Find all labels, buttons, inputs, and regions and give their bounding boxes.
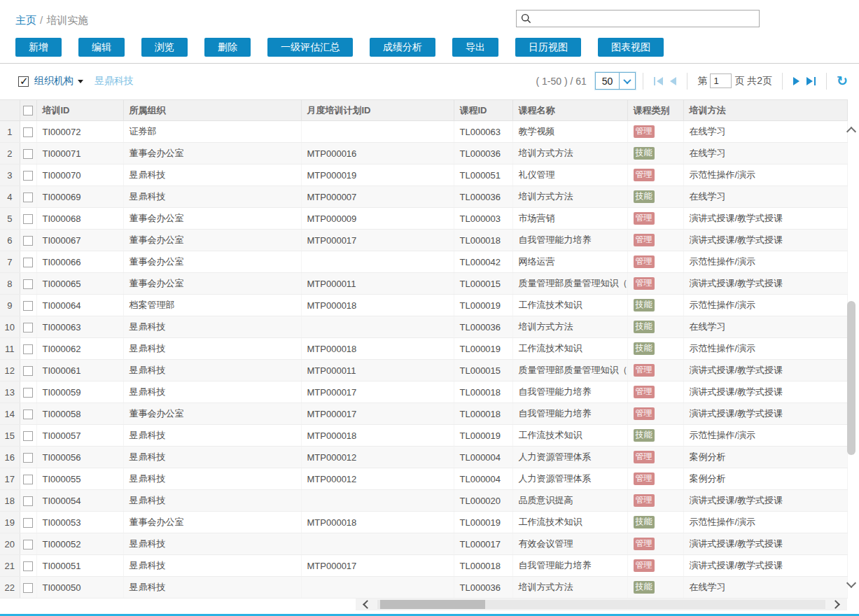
row-checkbox[interactable] [23, 583, 33, 593]
category-badge: 管理 [634, 212, 655, 225]
row-checkbox[interactable] [23, 496, 33, 506]
row-checkbox[interactable] [23, 192, 33, 202]
cell-training-method: 示范性操作/演示 [683, 295, 847, 316]
table-row[interactable]: 8 TI000065 董事会办公室 MTP000011 TL000015 质量管… [0, 273, 847, 295]
row-checkbox[interactable] [23, 453, 33, 463]
last-page-button[interactable] [806, 77, 816, 85]
table-row[interactable]: 2 TI000071 董事会办公室 MTP000016 TL000036 培训方… [0, 143, 847, 164]
horizontal-scrollbar-thumb[interactable] [380, 600, 485, 609]
org-filter-checkbox[interactable] [18, 76, 29, 87]
row-checkbox[interactable] [23, 431, 33, 441]
table-row[interactable]: 3 TI000070 昱鼎科技 MTP000019 TL000051 礼仪管理 … [0, 164, 847, 186]
horizontal-scrollbar-track[interactable] [377, 600, 825, 609]
scroll-up-icon[interactable] [846, 127, 856, 136]
table-row[interactable]: 15 TI000057 昱鼎科技 MTP000018 TL000019 工作流技… [0, 425, 847, 447]
row-checkbox[interactable] [23, 149, 33, 159]
row-checkbox[interactable] [23, 171, 33, 181]
table-row[interactable]: 7 TI000066 董事会办公室 TL000042 网络运营 管理 示范性操作… [0, 251, 847, 273]
table-row[interactable]: 18 TI000054 昱鼎科技 TL000020 品质意识提高 管理 演讲式授… [0, 490, 847, 512]
export-button[interactable]: 导出 [452, 38, 498, 57]
refresh-icon[interactable]: ↻ [837, 73, 848, 89]
chart-view-button[interactable]: 图表视图 [598, 38, 664, 57]
row-checkbox[interactable] [23, 279, 33, 289]
row-checkbox[interactable] [23, 540, 33, 550]
select-all-checkbox[interactable] [23, 106, 33, 115]
cell-course-name: 有效会议管理 [512, 533, 627, 555]
table-row[interactable]: 11 TI000062 昱鼎科技 MTP000018 TL000019 工作流技… [0, 338, 847, 360]
row-checkbox-cell [20, 512, 36, 533]
col-header-training-method[interactable]: 培训方法 [683, 100, 847, 121]
cell-organization: 昱鼎科技 [123, 490, 301, 512]
row-checkbox[interactable] [23, 388, 33, 398]
view-button[interactable]: 浏览 [141, 38, 188, 57]
delete-button[interactable]: 删除 [204, 38, 251, 57]
table-row[interactable]: 17 TI000055 昱鼎科技 MTP000012 TL000004 人力资源… [0, 468, 847, 490]
cell-training-method: 演讲式授课/教学式授课 [683, 555, 847, 577]
col-header-course-id[interactable]: 课程ID [454, 100, 512, 121]
first-page-button[interactable] [654, 77, 663, 85]
cell-training-method: 示范性操作/演示 [683, 338, 847, 360]
level1-eval-summary-button[interactable]: 一级评估汇总 [267, 38, 353, 57]
score-analysis-button[interactable]: 成绩分析 [370, 38, 435, 57]
cell-organization: 昱鼎科技 [123, 447, 301, 468]
cell-course-name: 工作流技术知识 [512, 295, 627, 316]
row-checkbox[interactable] [23, 475, 33, 484]
prev-page-button[interactable] [670, 77, 676, 85]
table-row[interactable]: 14 TI000058 董事会办公室 MTP000017 TL000018 自我… [0, 403, 847, 425]
table-row[interactable]: 1 TI000072 证券部 TL000063 教学视频 管理 在线学习 [0, 121, 847, 143]
caret-down-icon[interactable] [78, 80, 83, 86]
row-checkbox-cell [20, 295, 36, 316]
breadcrumb-home-link[interactable]: 主页 [15, 14, 36, 26]
cell-training-id: TI000062 [36, 338, 123, 360]
table-header-row: 培训ID 所属组织 月度培训计划ID 课程ID 课程名称 课程类别 培训方法 [0, 100, 847, 121]
table-body: 1 TI000072 证券部 TL000063 教学视频 管理 在线学习 2 T… [0, 121, 847, 598]
row-checkbox[interactable] [23, 214, 33, 224]
row-checkbox[interactable] [23, 366, 33, 376]
col-header-course-name[interactable]: 课程名称 [512, 100, 627, 121]
row-checkbox[interactable] [23, 344, 33, 354]
next-page-button[interactable] [793, 77, 799, 85]
edit-button[interactable]: 编辑 [78, 38, 125, 57]
table-row[interactable]: 22 TI000050 昱鼎科技 TL000036 培训方式方法 技能 在线学习 [0, 577, 847, 598]
row-checkbox[interactable] [23, 236, 33, 246]
table-row[interactable]: 10 TI000063 昱鼎科技 TL000036 培训方式方法 技能 在线学习 [0, 316, 847, 338]
table-row[interactable]: 21 TI000051 昱鼎科技 MTP000017 TL000018 自我管理… [0, 555, 847, 577]
search-input[interactable] [535, 11, 759, 26]
page-number-input[interactable] [710, 74, 732, 88]
row-checkbox[interactable] [23, 410, 33, 419]
table-row[interactable]: 4 TI000069 昱鼎科技 MTP000007 TL000036 培训方式方… [0, 186, 847, 208]
category-badge: 管理 [634, 234, 655, 246]
row-checkbox[interactable] [23, 323, 33, 332]
table-row[interactable]: 12 TI000061 昱鼎科技 MTP000011 TL000015 质量管理… [0, 360, 847, 382]
category-badge: 管理 [634, 451, 655, 463]
row-checkbox[interactable] [23, 127, 33, 137]
row-checkbox[interactable] [23, 561, 33, 571]
col-header-training-id[interactable]: 培训ID [36, 100, 123, 121]
col-header-organization[interactable]: 所属组织 [123, 100, 301, 121]
col-header-monthly-plan-id[interactable]: 月度培训计划ID [301, 100, 454, 121]
table-row[interactable]: 20 TI000052 昱鼎科技 TL000017 有效会议管理 管理 演讲式授… [0, 533, 847, 555]
table-row[interactable]: 9 TI000064 档案管理部 MTP000018 TL000019 工作流技… [0, 295, 847, 316]
col-header-course-category[interactable]: 课程类别 [627, 100, 683, 121]
table-row[interactable]: 6 TI000067 董事会办公室 MTP000017 TL000018 自我管… [0, 230, 847, 251]
selected-org-link[interactable]: 昱鼎科技 [95, 75, 134, 88]
calendar-view-button[interactable]: 日历视图 [515, 38, 581, 57]
row-checkbox[interactable] [23, 258, 33, 267]
scroll-left-icon[interactable] [363, 600, 372, 609]
page-size-select[interactable]: 50 [595, 72, 636, 90]
table-row[interactable]: 16 TI000056 昱鼎科技 MTP000012 TL000004 人力资源… [0, 447, 847, 468]
row-checkbox[interactable] [23, 518, 33, 528]
cell-course-name: 市场营销 [512, 208, 627, 230]
row-checkbox[interactable] [23, 301, 33, 311]
add-button[interactable]: 新增 [15, 38, 62, 57]
table-row[interactable]: 5 TI000068 董事会办公室 MTP000009 TL000003 市场营… [0, 208, 847, 230]
cell-organization: 昱鼎科技 [123, 468, 301, 490]
category-badge: 管理 [634, 538, 655, 550]
table-row[interactable]: 13 TI000059 昱鼎科技 MTP000017 TL000018 自我管理… [0, 382, 847, 403]
table-row[interactable]: 19 TI000053 董事会办公室 MTP000018 TL000019 工作… [0, 512, 847, 533]
vertical-scrollbar-thumb[interactable] [847, 301, 855, 455]
scroll-down-icon[interactable] [846, 578, 856, 588]
scroll-right-icon[interactable] [831, 600, 840, 609]
cell-organization: 昱鼎科技 [123, 316, 301, 338]
cell-training-method: 在线学习 [683, 121, 847, 143]
